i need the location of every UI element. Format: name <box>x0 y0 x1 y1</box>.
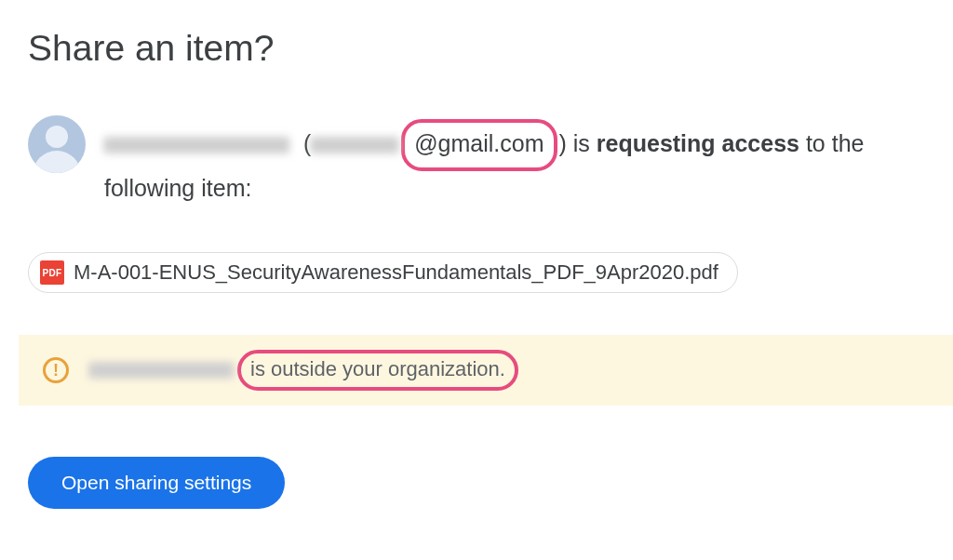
redacted-requester-email-local <box>311 137 399 153</box>
open-sharing-settings-button[interactable]: Open sharing settings <box>28 457 285 509</box>
pdf-icon: PDF <box>40 260 64 285</box>
warning-icon: ! <box>43 357 69 383</box>
requester-row: (@gmail.com) is requesting access to the… <box>28 115 934 206</box>
avatar <box>28 115 86 173</box>
dialog-title: Share an item? <box>28 28 934 69</box>
warning-text: is outside your organization. <box>84 350 520 391</box>
file-chip[interactable]: PDF M-A-001-ENUS_SecurityAwarenessFundam… <box>28 252 738 293</box>
warning-banner: ! is outside your organization. <box>19 335 953 406</box>
redacted-org-name <box>89 362 234 379</box>
redacted-requester-name <box>104 137 290 153</box>
email-domain-highlight: @gmail.com <box>401 119 557 171</box>
email-domain-text: @gmail.com <box>414 130 544 156</box>
requesting-access-text: requesting access <box>597 130 799 156</box>
outside-org-highlight: is outside your organization. <box>237 350 518 391</box>
requester-text: (@gmail.com) is requesting access to the… <box>104 115 934 206</box>
file-name: M-A-001-ENUS_SecurityAwarenessFundamenta… <box>74 260 718 285</box>
outside-org-text: is outside your organization. <box>250 357 505 380</box>
